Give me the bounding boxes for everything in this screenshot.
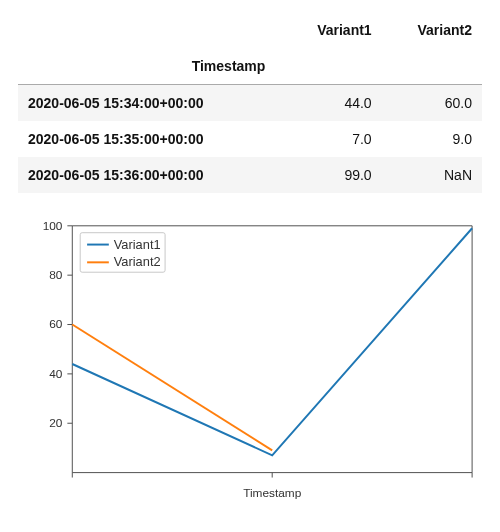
series-line-variant2 [72, 325, 272, 451]
legend-label: Variant1 [114, 237, 161, 252]
y-tick-label: 60 [49, 317, 63, 331]
table-col-header: Variant2 [382, 12, 482, 48]
table-cell: 7.0 [281, 121, 381, 157]
table-row-timestamp: 2020-06-05 15:34:00+00:00 [18, 85, 281, 122]
table-cell: 44.0 [281, 85, 381, 122]
y-tick-label: 100 [43, 219, 63, 233]
x-ticks [72, 473, 472, 478]
table-cell: NaN [382, 157, 482, 193]
y-tick-label: 20 [49, 416, 63, 430]
line-chart: 20 40 60 80 100 Timestamp Variant1 [18, 211, 482, 507]
chart-legend: Variant1 Variant2 [80, 233, 165, 272]
table-row: 2020-06-05 15:34:00+00:00 44.0 60.0 [18, 85, 482, 122]
y-ticks: 20 40 60 80 100 [43, 219, 73, 430]
table-cell: 9.0 [382, 121, 482, 157]
table-row-timestamp: 2020-06-05 15:35:00+00:00 [18, 121, 281, 157]
table-row: 2020-06-05 15:35:00+00:00 7.0 9.0 [18, 121, 482, 157]
legend-label: Variant2 [114, 254, 161, 269]
y-tick-label: 80 [49, 268, 63, 282]
table-row-timestamp: 2020-06-05 15:36:00+00:00 [18, 157, 281, 193]
y-tick-label: 40 [49, 367, 63, 381]
table-cell: 99.0 [281, 157, 381, 193]
table-col-header: Variant1 [281, 12, 381, 48]
table-row: 2020-06-05 15:36:00+00:00 99.0 NaN [18, 157, 482, 193]
table-index-name: Timestamp [18, 48, 281, 85]
x-axis-label: Timestamp [243, 486, 301, 500]
table-cell: 60.0 [382, 85, 482, 122]
data-table: Variant1 Variant2 Timestamp 2020-06-05 1… [18, 12, 482, 193]
